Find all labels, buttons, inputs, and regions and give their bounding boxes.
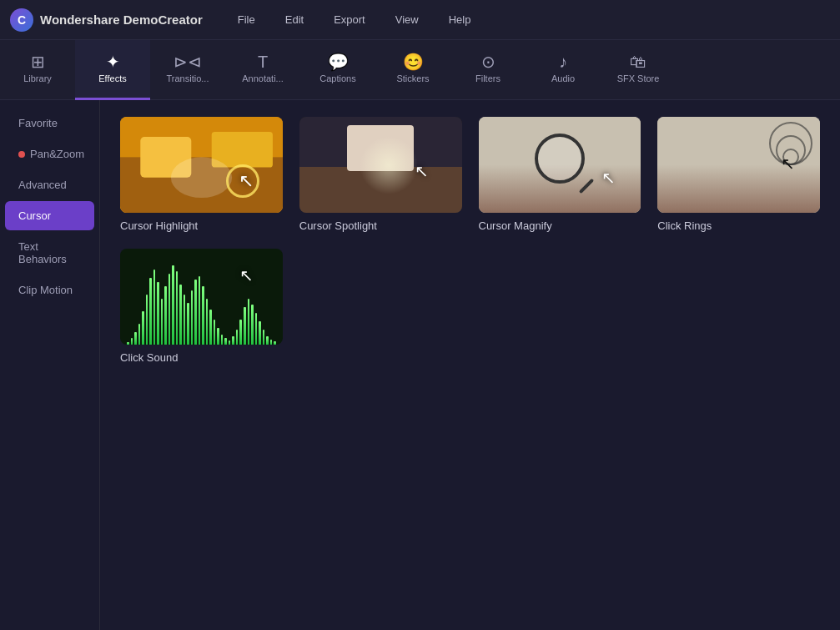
sidebar-item-text-behaviors[interactable]: Text Behaviors	[5, 232, 94, 274]
toolbar-transitions[interactable]: ⊳⊲ Transitio...	[150, 40, 225, 100]
wave-bar	[236, 330, 239, 345]
effects-icon: ✦	[106, 53, 120, 70]
toolbar-effects[interactable]: ✦ Effects	[75, 40, 150, 100]
magnify-glass-icon	[535, 134, 585, 184]
captions-icon: 💬	[328, 53, 349, 70]
toolbar-sfxstore-label: SFX Store	[617, 73, 660, 83]
app-title: Wondershare DemoCreator	[40, 13, 203, 27]
stickers-icon: 😊	[403, 53, 424, 70]
menu-file[interactable]: File	[233, 10, 260, 29]
wave-bar	[239, 320, 242, 345]
cursor-arrow-highlight-icon: ↖	[239, 170, 254, 192]
wave-bar	[169, 274, 171, 345]
library-icon: ⊞	[31, 53, 45, 70]
app-logo: C Wondershare DemoCreator	[10, 8, 203, 32]
sidebar-text-behaviors-label: Text Behaviors	[18, 240, 81, 265]
toolbar-captions-label: Captions	[319, 73, 355, 83]
wave-bar	[191, 290, 194, 345]
cursor-spotlight-label: Cursor Spotlight	[299, 219, 462, 232]
toolbar-effects-label: Effects	[98, 73, 126, 83]
wave-bar	[266, 336, 269, 345]
sidebar-item-clip-motion[interactable]: Clip Motion	[5, 275, 94, 305]
spotlight-glow-icon	[360, 136, 418, 194]
toolbar-sfxstore[interactable]: 🛍 SFX Store	[601, 40, 676, 100]
wave-bar	[202, 286, 204, 345]
menu-help[interactable]: Help	[444, 10, 476, 29]
wave-bar	[217, 328, 219, 345]
wave-bar	[221, 335, 224, 345]
toolbar-audio-label: Audio	[551, 73, 575, 83]
wave-bar	[134, 332, 137, 345]
wave-bar	[224, 338, 227, 345]
sidebar: Favorite Pan&Zoom Advanced Cursor Text B…	[0, 100, 100, 630]
annotations-icon: T	[258, 53, 268, 70]
wave-bar	[274, 341, 276, 345]
wave-bar	[251, 305, 254, 345]
wave-bar	[131, 338, 133, 345]
wave-bar	[263, 330, 265, 345]
wave-bar	[199, 276, 201, 345]
wave-bar	[214, 320, 216, 345]
app-logo-icon: C	[10, 8, 33, 32]
sidebar-advanced-label: Advanced	[18, 179, 67, 191]
filters-icon: ⊙	[481, 53, 495, 70]
wave-bar	[146, 295, 148, 345]
cursor-arrow-rings-icon: ↖	[781, 153, 795, 173]
toolbar-annotations[interactable]: T Annotati...	[225, 40, 300, 100]
wave-bar	[232, 336, 234, 345]
effect-card-cursor-highlight[interactable]: ↖ Cursor Highlight	[120, 117, 283, 232]
sidebar-item-advanced[interactable]: Advanced	[5, 170, 94, 199]
toolbar-transitions-label: Transitio...	[167, 73, 209, 83]
wave-bar	[142, 311, 144, 345]
main-content: Favorite Pan&Zoom Advanced Cursor Text B…	[0, 100, 840, 630]
wave-bar	[164, 286, 167, 345]
toolbar-stickers-label: Stickers	[396, 73, 429, 83]
cursor-arrow-sound-icon: ↖	[239, 265, 254, 285]
click-rings-label: Click Rings	[657, 219, 820, 232]
toolbar-stickers[interactable]: 😊 Stickers	[375, 40, 450, 100]
sidebar-item-favorite[interactable]: Favorite	[5, 108, 94, 138]
sidebar-favorite-label: Favorite	[18, 117, 58, 129]
wave-bar	[209, 310, 212, 345]
wave-bar	[206, 299, 209, 345]
toolbar-filters[interactable]: ⊙ Filters	[450, 40, 526, 100]
wave-bar	[153, 270, 156, 345]
sidebar-clip-motion-label: Clip Motion	[18, 284, 73, 296]
click-sound-label: Click Sound	[120, 351, 283, 364]
toolbar-library[interactable]: ⊞ Library	[0, 40, 75, 100]
menu-edit[interactable]: Edit	[280, 10, 309, 29]
cursor-highlight-label: Cursor Highlight	[120, 219, 283, 232]
wave-bar	[149, 278, 152, 345]
content-area: ↖ Cursor Highlight ↖ Cursor Spotlight	[100, 100, 840, 630]
wave-bar	[157, 282, 159, 345]
click-rings-thumbnail: ↖	[657, 117, 820, 213]
menu-view[interactable]: View	[390, 10, 424, 29]
wave-bar	[229, 340, 231, 345]
toolbar-captions[interactable]: 💬 Captions	[300, 40, 375, 100]
sidebar-pan-zoom-label: Pan&Zoom	[30, 148, 84, 160]
menu-bar: C Wondershare DemoCreator File Edit Expo…	[0, 0, 840, 40]
cursor-arrow-spotlight-icon: ↖	[415, 161, 429, 181]
wave-bar	[184, 295, 186, 345]
wave-bar	[259, 321, 261, 345]
effect-card-click-rings[interactable]: ↖ Click Rings	[657, 117, 820, 232]
wave-bar	[244, 307, 246, 345]
wave-bar	[270, 340, 273, 345]
wave-bar	[194, 280, 197, 345]
effects-grid: ↖ Cursor Highlight ↖ Cursor Spotlight	[120, 117, 820, 364]
cursor-magnify-thumbnail: ↖	[479, 117, 641, 213]
effect-card-cursor-magnify[interactable]: ↖ Cursor Magnify	[479, 117, 641, 232]
pan-zoom-dot-icon	[18, 151, 25, 158]
sound-waveform	[120, 270, 283, 345]
wave-bar	[176, 271, 179, 345]
toolbar-annotations-label: Annotati...	[242, 73, 284, 83]
cursor-spotlight-thumbnail: ↖	[299, 117, 462, 213]
wave-bar	[248, 299, 250, 345]
sidebar-item-pan-zoom[interactable]: Pan&Zoom	[5, 139, 94, 169]
menu-export[interactable]: Export	[329, 10, 370, 29]
effect-card-click-sound[interactable]: ↖ Click Sound	[120, 249, 283, 364]
effect-card-cursor-spotlight[interactable]: ↖ Cursor Spotlight	[299, 117, 462, 232]
click-sound-thumbnail: ↖	[120, 249, 283, 345]
sidebar-item-cursor[interactable]: Cursor	[5, 201, 94, 230]
toolbar-audio[interactable]: ♪ Audio	[526, 40, 601, 100]
